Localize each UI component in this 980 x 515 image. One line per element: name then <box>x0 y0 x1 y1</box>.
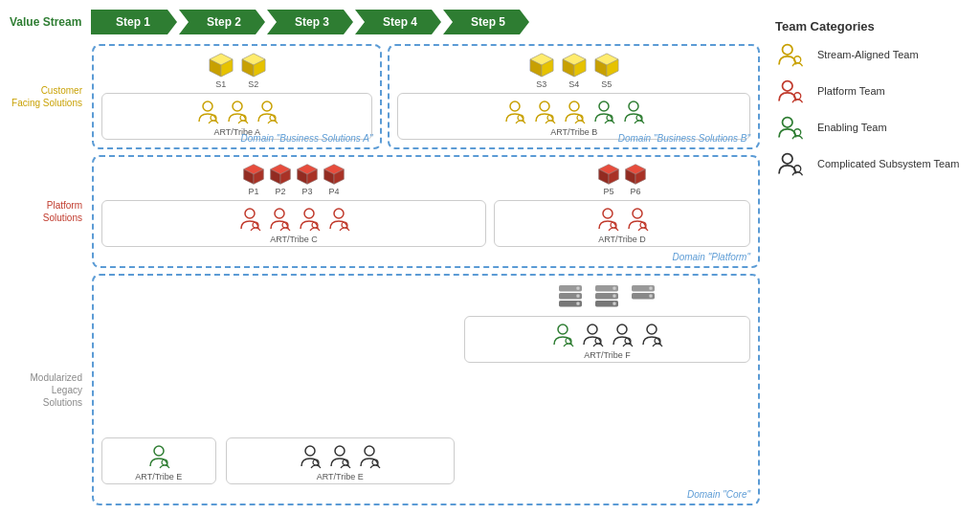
svg-point-8 <box>203 101 212 111</box>
tribe-c-area: P1 P2 <box>101 163 486 247</box>
legend-enabling-team: Enabling Team <box>775 114 961 141</box>
team-row-b <box>501 99 647 125</box>
svg-point-28 <box>540 101 549 111</box>
domain-platform-label: Domain "Platform" <box>672 252 750 262</box>
art-tribe-e2-label: ART/Tribe E <box>317 472 364 481</box>
cube-p3-icon <box>296 163 319 186</box>
value-stream-row: Value Stream Step 1 Step 2 Step 3 Step 4… <box>10 10 760 34</box>
team-icon-c3 <box>296 206 323 233</box>
svg-point-12 <box>262 101 272 111</box>
team-row-c <box>236 206 352 233</box>
art-tribe-e-black: ART/Tribe E <box>226 437 455 484</box>
row-platform: Platform Solutions <box>10 155 760 268</box>
team-icon-b2 <box>531 99 558 125</box>
legend-complicated-team-label: Complicated Subsystem Team <box>817 158 959 169</box>
left-panel: Value Stream Step 1 Step 2 Step 3 Step 4… <box>10 10 760 505</box>
svg-point-30 <box>569 101 579 111</box>
svg-point-56 <box>304 209 314 218</box>
art-tribe-f-label: ART/Tribe F <box>584 350 631 360</box>
domain-a-label: Domain "Business Solutions A" <box>241 133 373 144</box>
row-customer-facing: Customer Facing Solutions <box>10 44 760 149</box>
svg-rect-95 <box>650 295 653 298</box>
cube-p2-icon <box>269 163 292 186</box>
domain-box-platform: P1 P2 <box>92 155 760 268</box>
tribe-e-black-area: ART/Tribe E <box>226 281 455 484</box>
svg-point-74 <box>305 446 315 456</box>
svg-rect-85 <box>577 302 580 305</box>
cube-p1-icon <box>242 163 265 186</box>
svg-point-32 <box>599 101 609 111</box>
legend-complicated-team: Complicated Subsystem Team <box>775 150 961 177</box>
server-stack-3 <box>628 281 658 312</box>
svg-point-96 <box>558 325 568 334</box>
cube-p3: P3 <box>296 163 319 196</box>
domain-box-core: ART/Tribe E <box>92 274 760 505</box>
svg-rect-94 <box>650 287 653 290</box>
row-label-legacy: Modularized Legacy Solutions <box>10 274 86 505</box>
svg-point-98 <box>588 325 597 334</box>
legend-enabling-team-label: Enabling Team <box>817 122 887 133</box>
svg-point-58 <box>334 209 344 218</box>
svg-point-52 <box>245 209 255 218</box>
team-icon-d1 <box>594 206 621 233</box>
cube-p6-icon <box>624 163 647 186</box>
step-5: Step 5 <box>443 10 529 34</box>
svg-point-54 <box>275 209 284 218</box>
row-legacy: Modularized Legacy Solutions <box>10 274 760 505</box>
legend-stream-aligned-icon <box>775 41 810 68</box>
team-icon-e-b2 <box>326 443 353 470</box>
team-icon-b1 <box>501 99 528 125</box>
team-icon-b3 <box>561 99 588 125</box>
cube-s5-icon <box>593 52 620 78</box>
cube-p6: P6 <box>624 163 647 196</box>
domain-box-b: S3 S4 <box>388 44 760 149</box>
cube-p4: P4 <box>323 163 345 196</box>
step-3: Step 3 <box>267 10 353 34</box>
team-icon-f3 <box>609 322 635 348</box>
svg-rect-91 <box>613 302 616 305</box>
team-row-f <box>549 322 665 348</box>
cube-s1-icon <box>208 52 234 78</box>
main-container: Value Stream Step 1 Step 2 Step 3 Step 4… <box>0 0 980 515</box>
team-icon-a3 <box>254 99 280 125</box>
svg-point-76 <box>335 446 345 456</box>
svg-rect-84 <box>577 295 580 298</box>
cube-s1: S1 <box>208 52 234 89</box>
domains-area-row3: ART/Tribe E <box>92 274 760 505</box>
svg-point-10 <box>233 101 242 111</box>
step-4: Step 4 <box>355 10 441 34</box>
server-stacks <box>555 281 658 312</box>
step-2: Step 2 <box>179 10 265 34</box>
cube-p2: P2 <box>269 163 292 196</box>
tribe-d-area: P5 P6 <box>494 163 750 247</box>
server-stack-2 <box>591 281 622 312</box>
cube-s2-icon <box>240 52 267 78</box>
cube-s4-icon <box>561 52 588 78</box>
row-label-platform: Platform Solutions <box>10 155 86 268</box>
team-icon-f2 <box>579 322 606 348</box>
team-row-a <box>194 99 280 125</box>
cube-p4-icon <box>323 163 345 186</box>
svg-point-108 <box>783 118 793 128</box>
cubes-row-b: S3 S4 <box>528 52 620 89</box>
svg-point-78 <box>365 446 374 456</box>
right-panel: Team Categories Stream-Aligned Team <box>760 10 970 505</box>
team-row-d <box>594 206 651 233</box>
cube-s5: S5 <box>593 52 620 89</box>
team-icon-b4 <box>590 99 617 125</box>
svg-point-34 <box>629 101 638 111</box>
domain-box-a: S1 S2 <box>92 44 382 149</box>
art-tribe-d: ART/Tribe D <box>494 200 750 247</box>
team-icon-a1 <box>194 99 221 125</box>
art-tribe-f: ART/Tribe F <box>464 316 750 363</box>
value-stream-label: Value Stream <box>10 15 91 29</box>
legend-stream-aligned: Stream-Aligned Team <box>775 41 961 68</box>
cubes-row-a: S1 S2 <box>208 52 267 89</box>
team-icon-c2 <box>266 206 293 233</box>
team-icon-f4 <box>638 322 665 348</box>
legend-enabling-team-icon <box>775 114 810 141</box>
cube-s4: S4 <box>561 52 588 89</box>
svg-point-68 <box>603 209 612 218</box>
svg-point-102 <box>647 325 657 334</box>
art-tribe-e: ART/Tribe E <box>101 437 216 484</box>
